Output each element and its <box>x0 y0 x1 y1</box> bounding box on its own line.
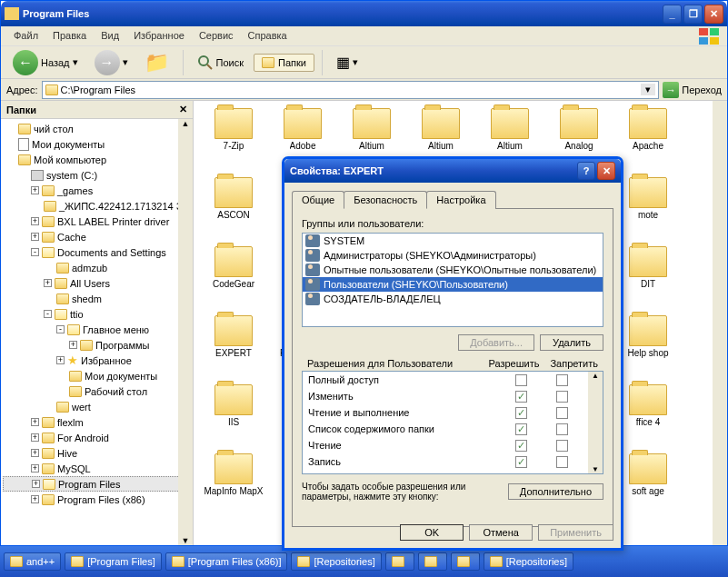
folder-item[interactable]: IIS <box>201 384 266 450</box>
close-panel-icon[interactable]: ✕ <box>179 104 187 115</box>
search-button[interactable]: Поиск <box>191 51 250 75</box>
folder-item[interactable]: soft age <box>615 453 681 519</box>
minimize-button[interactable]: _ <box>663 5 682 24</box>
group-item[interactable]: Опытные пользователи (SHEYKO\Опытные пол… <box>303 263 603 277</box>
tree-item[interactable]: Рабочий стол <box>3 383 191 399</box>
tree-item[interactable]: +★Избранное <box>3 353 191 368</box>
deny-checkbox[interactable] <box>556 440 568 452</box>
tab-security[interactable]: Безопасность <box>344 191 427 209</box>
taskbar-button[interactable]: [Program Files] <box>65 552 162 571</box>
tree-item[interactable]: +For Android <box>3 430 191 445</box>
taskbar-button[interactable]: and++ <box>4 552 61 571</box>
tree-item[interactable]: admzub <box>3 260 191 275</box>
advanced-button[interactable]: Дополнительно <box>508 483 603 500</box>
folder-item[interactable]: mote <box>615 177 681 243</box>
folder-item[interactable]: Apache <box>615 108 681 174</box>
deny-checkbox[interactable] <box>556 391 568 403</box>
ok-button[interactable]: OK <box>400 524 464 541</box>
help-button[interactable]: ? <box>577 162 595 180</box>
plus-icon[interactable]: + <box>31 433 39 442</box>
taskbar-button[interactable] <box>418 552 447 571</box>
tree-item[interactable]: Мой компьютер <box>3 152 191 167</box>
taskbar-button[interactable] <box>385 552 414 571</box>
group-item[interactable]: Пользователи (SHEYKO\Пользователи) <box>303 277 603 292</box>
tree-item[interactable]: wert <box>3 399 191 414</box>
folder-item[interactable]: CodeGear <box>201 246 266 312</box>
plus-icon[interactable]: + <box>31 418 39 426</box>
deny-checkbox[interactable] <box>556 407 568 419</box>
deny-checkbox[interactable] <box>556 423 568 435</box>
tree-item[interactable]: +flexlm <box>3 414 191 430</box>
allow-checkbox[interactable]: ✓ <box>515 440 527 452</box>
allow-checkbox[interactable]: ✓ <box>515 391 527 403</box>
plus-icon[interactable]: + <box>31 464 39 473</box>
tree-item[interactable]: shedm <box>3 291 191 306</box>
tree-item[interactable]: +Program Files <box>3 476 191 492</box>
tree-item[interactable]: -Главное меню <box>3 322 191 337</box>
allow-checkbox[interactable]: ✓ <box>515 456 527 468</box>
group-item[interactable]: Администраторы (SHEYKO\Администраторы) <box>303 248 603 263</box>
menu-favorites[interactable]: Избранное <box>126 26 192 45</box>
menu-file[interactable]: Файл <box>6 26 45 45</box>
plus-icon[interactable]: + <box>32 480 40 488</box>
minus-icon[interactable]: - <box>56 325 65 333</box>
up-button[interactable]: 📁 <box>138 47 175 78</box>
allow-checkbox[interactable]: ✓ <box>515 423 527 435</box>
folder-item[interactable]: ASCON <box>201 177 266 243</box>
menu-tools[interactable]: Сервис <box>192 26 241 45</box>
tree-item[interactable]: +MySQL <box>3 461 191 476</box>
plus-icon[interactable]: + <box>31 233 39 241</box>
add-button[interactable]: Добавить... <box>458 334 534 351</box>
plus-icon[interactable]: + <box>69 341 77 349</box>
deny-checkbox[interactable] <box>556 374 568 386</box>
plus-icon[interactable]: + <box>56 356 65 364</box>
menu-view[interactable]: Вид <box>94 26 126 45</box>
folder-item[interactable]: 7-Zip <box>201 108 266 174</box>
allow-checkbox[interactable]: ✓ <box>515 407 527 419</box>
maximize-button[interactable]: ❐ <box>683 5 703 24</box>
close-button[interactable]: ✕ <box>704 5 723 24</box>
plus-icon[interactable]: + <box>31 186 39 194</box>
tree-item[interactable]: system (C:) <box>3 167 191 183</box>
folders-button[interactable]: Папки <box>254 54 314 72</box>
tree-item[interactable]: +Cache <box>3 229 191 244</box>
scrollbar[interactable] <box>588 372 603 473</box>
scrollbar[interactable] <box>178 119 193 545</box>
tree-item[interactable]: _ЖИПС.422412.1713214 Э4 <box>3 198 191 214</box>
remove-button[interactable]: Удалить <box>540 334 603 351</box>
go-button[interactable]: → Переход <box>663 82 722 98</box>
groups-listbox[interactable]: SYSTEMАдминистраторы (SHEYKO\Администрат… <box>302 233 603 327</box>
tree-item[interactable]: -Documents and Settings <box>3 244 191 260</box>
tree-item[interactable]: +All Users <box>3 275 191 291</box>
close-button[interactable]: ✕ <box>597 162 615 180</box>
taskbar-button[interactable]: [Repositories] <box>484 552 573 571</box>
back-button[interactable]: ← Назад ▾ <box>6 46 85 79</box>
views-button[interactable]: ▦ ▾ <box>330 50 364 75</box>
titlebar[interactable]: Program Files _ ❐ ✕ <box>1 1 727 26</box>
tree-item[interactable]: Мои документы <box>3 136 191 152</box>
allow-checkbox[interactable] <box>515 374 527 386</box>
dialog-titlebar[interactable]: Свойства: EXPERT ? ✕ <box>284 159 621 183</box>
minus-icon[interactable]: - <box>31 248 39 256</box>
scrollbar[interactable] <box>713 101 727 545</box>
menu-help[interactable]: Справка <box>241 26 294 45</box>
plus-icon[interactable]: + <box>31 449 39 457</box>
apply-button[interactable]: Применить <box>538 524 613 541</box>
taskbar-button[interactable]: [Repositories] <box>291 552 381 571</box>
folder-item[interactable]: EXPERT <box>201 315 266 381</box>
tree-item[interactable]: +Программы <box>3 337 191 353</box>
group-item[interactable]: СОЗДАТЕЛЬ-ВЛАДЕЛЕЦ <box>303 292 603 306</box>
menu-edit[interactable]: Правка <box>45 26 94 45</box>
tab-customize[interactable]: Настройка <box>426 191 495 209</box>
tree-item[interactable]: +Hive <box>3 445 191 461</box>
deny-checkbox[interactable] <box>556 456 568 468</box>
group-item[interactable]: SYSTEM <box>303 234 603 248</box>
forward-button[interactable]: → ▾ <box>88 46 135 79</box>
taskbar-button[interactable]: [Program Files (x86)] <box>165 552 288 571</box>
tree-item[interactable]: +Program Files (x86) <box>3 492 191 507</box>
plus-icon[interactable]: + <box>31 495 39 503</box>
plus-icon[interactable]: + <box>31 217 39 225</box>
tree-item[interactable]: +_games <box>3 183 191 198</box>
cancel-button[interactable]: Отмена <box>469 524 533 541</box>
folder-item[interactable]: ffice 4 <box>615 384 681 450</box>
